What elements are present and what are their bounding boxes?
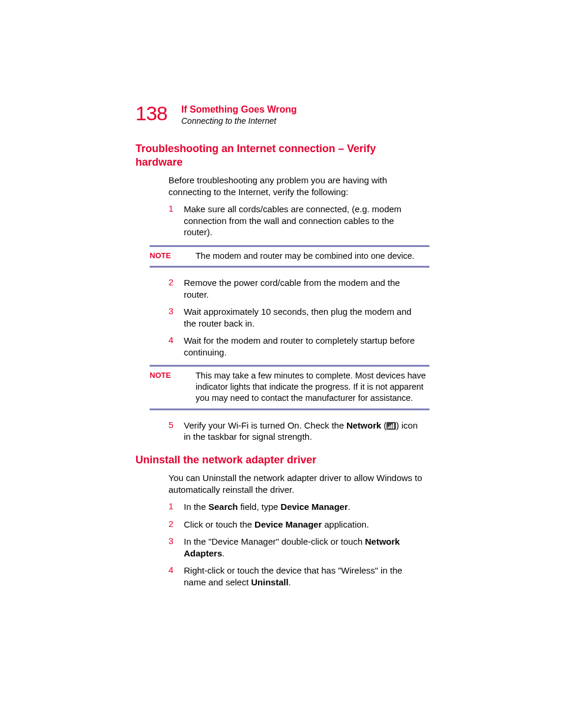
note-text: The modem and router may be combined int… xyxy=(196,251,429,262)
note-box-1: NOTE The modem and router may be combine… xyxy=(150,245,429,268)
bold-uninstall: Uninstall xyxy=(251,577,288,587)
bold-device-manager: Device Manager xyxy=(254,519,322,529)
bold-search: Search xyxy=(209,502,238,512)
bold-device-manager: Device Manager xyxy=(280,502,348,512)
step-text: Wait approximately 10 seconds, then plug… xyxy=(184,306,424,329)
text-pre: Verify your Wi-Fi is turned On. Check th… xyxy=(184,420,346,430)
bold-network: Network xyxy=(346,420,381,430)
header-right: If Something Goes Wrong Connecting to th… xyxy=(181,103,297,126)
step-3: 3 Wait approximately 10 seconds, then pl… xyxy=(168,306,424,329)
sec2-step-3: 3 In the "Device Manager" double-click o… xyxy=(168,536,424,559)
t: . xyxy=(348,502,351,512)
step-number: 3 xyxy=(168,536,184,559)
step-text: In the "Device Manager" double-click or … xyxy=(184,536,424,559)
step-2: 2 Remove the power cord/cable from the m… xyxy=(168,277,424,300)
step-number: 4 xyxy=(168,335,184,358)
document-page: 138 If Something Goes Wrong Connecting t… xyxy=(0,0,562,588)
heading-verify-hardware: Troubleshooting an Internet connection –… xyxy=(135,142,424,169)
step-text: Remove the power cord/cable from the mod… xyxy=(184,277,424,300)
network-signal-icon xyxy=(386,422,396,430)
step-number: 1 xyxy=(168,203,184,238)
t: . xyxy=(289,577,291,587)
step-number: 2 xyxy=(168,277,184,300)
note-text: This may take a few minutes to complete.… xyxy=(196,370,429,404)
sec2-step-2: 2 Click or touch the Device Manager appl… xyxy=(168,519,424,531)
paren-open: ( xyxy=(381,420,386,430)
sec2-step-1: 1 In the Search field, type Device Manag… xyxy=(168,501,424,513)
step-text: Right-click or touch the device that has… xyxy=(184,565,424,588)
t: . xyxy=(222,548,224,558)
t: Click or touch the xyxy=(184,519,254,529)
sec2-step-4: 4 Right-click or touch the device that h… xyxy=(168,565,424,588)
note-box-2: NOTE This may take a few minutes to comp… xyxy=(150,365,429,410)
note-label: NOTE xyxy=(150,251,196,262)
step-text: Wait for the modem and router to complet… xyxy=(184,335,424,358)
page-number: 138 xyxy=(135,103,167,123)
step-5: 5 Verify your Wi-Fi is turned On. Check … xyxy=(168,420,424,443)
step-number: 1 xyxy=(168,501,184,513)
t: In the "Device Manager" double-click or … xyxy=(184,536,365,546)
page-header: 138 If Something Goes Wrong Connecting t… xyxy=(135,103,424,126)
step-1: 1 Make sure all cords/cables are connect… xyxy=(168,203,424,238)
step-4: 4 Wait for the modem and router to compl… xyxy=(168,335,424,358)
step-text: Click or touch the Device Manager applic… xyxy=(184,519,424,531)
step-text: Make sure all cords/cables are connected… xyxy=(184,203,424,238)
section-title: Connecting to the Internet xyxy=(181,116,297,126)
step-number: 3 xyxy=(168,306,184,329)
t: Right-click or touch the device that has… xyxy=(184,565,402,587)
intro-text: Before troubleshooting any problem you a… xyxy=(168,174,424,197)
step-text: In the Search field, type Device Manager… xyxy=(184,501,424,513)
heading-uninstall-adapter: Uninstall the network adapter driver xyxy=(135,453,424,467)
note-label: NOTE xyxy=(150,370,196,404)
intro-text-2: You can Uninstall the network adapter dr… xyxy=(168,472,424,495)
chapter-title: If Something Goes Wrong xyxy=(181,104,297,115)
t: In the xyxy=(184,502,209,512)
t: application. xyxy=(322,519,369,529)
step-number: 5 xyxy=(168,420,184,443)
step-number: 4 xyxy=(168,565,184,588)
t: field, type xyxy=(238,502,281,512)
step-number: 2 xyxy=(168,519,184,531)
step-text: Verify your Wi-Fi is turned On. Check th… xyxy=(184,420,424,443)
